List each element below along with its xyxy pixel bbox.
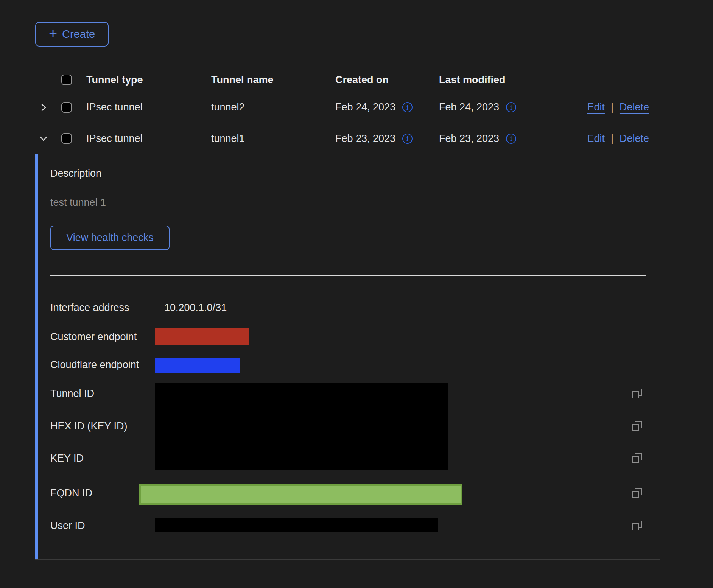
expanded-accent-bar — [35, 154, 38, 559]
row-checkbox[interactable] — [61, 133, 72, 144]
table-row: IPsec tunnel tunnel2 Feb 24, 2023 i Feb … — [35, 92, 660, 123]
copy-icon[interactable] — [631, 420, 643, 432]
last-modified-value: Feb 24, 2023 — [439, 101, 499, 113]
redacted-fqdn-id — [139, 484, 462, 505]
table-row: IPsec tunnel tunnel1 Feb 23, 2023 i Feb … — [35, 123, 660, 154]
redacted-customer-endpoint — [155, 328, 249, 345]
field-label-cloudflare-endpoint: Cloudflare endpoint — [50, 359, 139, 371]
field-label-customer-endpoint: Customer endpoint — [50, 331, 137, 343]
action-separator: | — [611, 133, 613, 145]
field-label-interface-address: Interface address — [50, 302, 129, 314]
description-value: test tunnel 1 — [50, 197, 106, 208]
col-header-last-modified: Last modified — [439, 74, 553, 86]
tunnels-page: { "toolbar": { "create_label": "Create" … — [0, 0, 713, 588]
field-label-key-id: KEY ID — [50, 453, 84, 464]
edit-link[interactable]: Edit — [587, 101, 605, 113]
redacted-user-id — [155, 518, 438, 532]
action-separator: | — [611, 101, 613, 113]
copy-icon[interactable] — [631, 520, 643, 531]
plus-icon: + — [49, 26, 57, 41]
view-health-checks-button[interactable]: View health checks — [50, 226, 170, 250]
copy-icon[interactable] — [631, 453, 643, 464]
created-on-value: Feb 24, 2023 — [335, 101, 395, 113]
tunnel-type-value: IPsec tunnel — [86, 133, 211, 145]
create-button-label: Create — [62, 28, 95, 40]
select-all-checkbox[interactable] — [61, 75, 72, 85]
col-header-created-on: Created on — [335, 74, 439, 86]
col-header-tunnel-type: Tunnel type — [86, 74, 211, 86]
last-modified-value: Feb 23, 2023 — [439, 133, 499, 145]
chevron-down-icon[interactable] — [38, 133, 49, 144]
delete-link[interactable]: Delete — [620, 133, 649, 145]
info-icon[interactable]: i — [402, 102, 413, 112]
description-label: Description — [50, 168, 101, 179]
expanded-bottom-border — [35, 559, 660, 560]
copy-icon[interactable] — [631, 388, 643, 399]
expanded-row-panel: Description test tunnel 1 View health ch… — [35, 154, 660, 560]
delete-link[interactable]: Delete — [620, 101, 649, 113]
create-button[interactable]: + Create — [35, 22, 109, 47]
info-icon[interactable]: i — [402, 134, 413, 144]
col-header-tunnel-name: Tunnel name — [211, 74, 335, 86]
chevron-right-icon[interactable] — [38, 102, 49, 113]
created-on-value: Feb 23, 2023 — [335, 133, 395, 145]
header-check-cell — [61, 75, 86, 85]
redacted-cloudflare-endpoint — [155, 358, 240, 373]
tunnel-name-value: tunnel1 — [211, 133, 335, 145]
field-label-fqdn-id: FQDN ID — [50, 487, 92, 499]
tunnel-type-value: IPsec tunnel — [86, 101, 211, 113]
field-label-user-id: User ID — [50, 520, 85, 532]
row-checkbox[interactable] — [61, 102, 72, 113]
redacted-id-block — [155, 383, 448, 470]
info-icon[interactable]: i — [506, 102, 516, 112]
edit-link[interactable]: Edit — [587, 133, 605, 145]
section-divider — [50, 275, 646, 276]
info-icon[interactable]: i — [506, 134, 516, 144]
copy-icon[interactable] — [631, 487, 643, 499]
table-header-row: Tunnel type Tunnel name Created on Last … — [35, 68, 660, 92]
field-label-tunnel-id: Tunnel ID — [50, 388, 94, 400]
tunnel-name-value: tunnel2 — [211, 101, 335, 113]
field-value-interface-address: 10.200.1.0/31 — [164, 302, 227, 314]
field-label-hex-id: HEX ID (KEY ID) — [50, 420, 128, 432]
